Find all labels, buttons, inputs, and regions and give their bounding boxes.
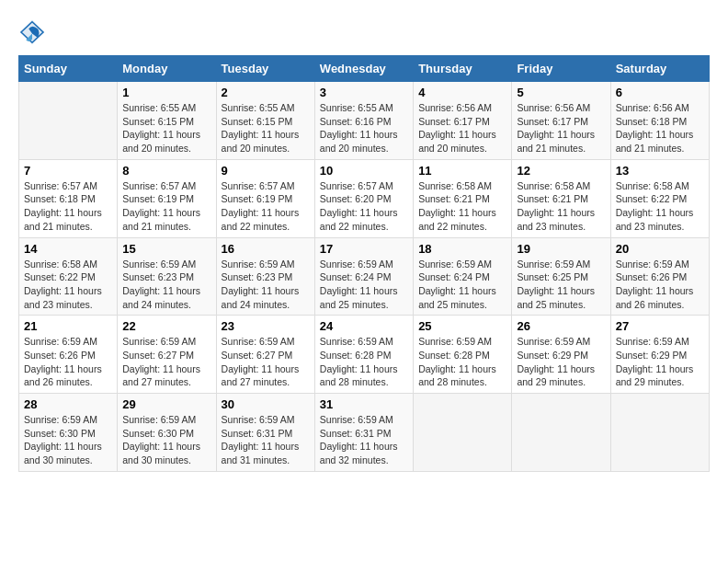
calendar-cell: 30Sunrise: 6:59 AMSunset: 6:31 PMDayligh… xyxy=(216,394,314,472)
day-number: 10 xyxy=(320,164,408,178)
day-info: Sunrise: 6:59 AMSunset: 6:24 PMDaylight:… xyxy=(320,258,408,312)
calendar-cell xyxy=(414,394,512,472)
calendar-cell: 18Sunrise: 6:59 AMSunset: 6:24 PMDayligh… xyxy=(414,237,512,316)
day-info: Sunrise: 6:58 AMSunset: 6:21 PMDaylight:… xyxy=(517,179,605,234)
day-number: 13 xyxy=(616,164,704,178)
day-number: 24 xyxy=(320,319,408,333)
day-info: Sunrise: 6:56 AMSunset: 6:18 PMDaylight:… xyxy=(616,101,704,155)
page-header xyxy=(18,18,710,46)
day-number: 1 xyxy=(122,86,210,99)
day-number: 29 xyxy=(122,397,210,411)
day-info: Sunrise: 6:55 AMSunset: 6:15 PMDaylight:… xyxy=(222,101,310,155)
day-number: 5 xyxy=(517,86,605,99)
day-number: 2 xyxy=(222,86,310,99)
calendar-cell: 14Sunrise: 6:58 AMSunset: 6:22 PMDayligh… xyxy=(19,237,118,316)
calendar-cell xyxy=(512,394,610,472)
calendar-cell xyxy=(610,394,709,472)
calendar-cell: 25Sunrise: 6:59 AMSunset: 6:28 PMDayligh… xyxy=(414,316,512,394)
calendar-week-row: 21Sunrise: 6:59 AMSunset: 6:26 PMDayligh… xyxy=(19,316,710,394)
day-number: 4 xyxy=(418,86,506,99)
calendar-cell: 29Sunrise: 6:59 AMSunset: 6:30 PMDayligh… xyxy=(118,394,216,472)
day-info: Sunrise: 6:59 AMSunset: 6:26 PMDaylight:… xyxy=(616,258,704,312)
day-number: 28 xyxy=(24,397,112,411)
calendar-cell: 26Sunrise: 6:59 AMSunset: 6:29 PMDayligh… xyxy=(512,316,610,394)
calendar-cell: 3Sunrise: 6:55 AMSunset: 6:16 PMDaylight… xyxy=(314,82,413,160)
day-info: Sunrise: 6:59 AMSunset: 6:23 PMDaylight:… xyxy=(222,258,310,312)
day-number: 25 xyxy=(418,319,506,333)
day-info: Sunrise: 6:59 AMSunset: 6:31 PMDaylight:… xyxy=(320,413,408,467)
calendar-cell: 11Sunrise: 6:58 AMSunset: 6:21 PMDayligh… xyxy=(414,159,512,237)
calendar-cell: 20Sunrise: 6:59 AMSunset: 6:26 PMDayligh… xyxy=(610,237,709,316)
calendar-cell: 21Sunrise: 6:59 AMSunset: 6:26 PMDayligh… xyxy=(19,316,118,394)
day-number: 23 xyxy=(222,319,310,333)
calendar-cell: 9Sunrise: 6:57 AMSunset: 6:19 PMDaylight… xyxy=(216,159,314,237)
logo-icon xyxy=(18,18,46,46)
day-info: Sunrise: 6:59 AMSunset: 6:30 PMDaylight:… xyxy=(122,413,210,467)
calendar-cell: 4Sunrise: 6:56 AMSunset: 6:17 PMDaylight… xyxy=(414,82,512,160)
day-number: 31 xyxy=(320,397,408,411)
day-number: 12 xyxy=(517,164,605,178)
day-number: 14 xyxy=(24,242,112,256)
day-info: Sunrise: 6:59 AMSunset: 6:26 PMDaylight:… xyxy=(24,335,112,389)
day-info: Sunrise: 6:59 AMSunset: 6:28 PMDaylight:… xyxy=(418,335,506,389)
calendar-cell: 22Sunrise: 6:59 AMSunset: 6:27 PMDayligh… xyxy=(118,316,216,394)
weekday-header: Sunday xyxy=(19,56,118,82)
day-number: 17 xyxy=(320,242,408,256)
day-info: Sunrise: 6:57 AMSunset: 6:19 PMDaylight:… xyxy=(122,179,210,234)
day-number: 22 xyxy=(122,319,210,333)
calendar-week-row: 28Sunrise: 6:59 AMSunset: 6:30 PMDayligh… xyxy=(19,394,710,472)
calendar-cell: 19Sunrise: 6:59 AMSunset: 6:25 PMDayligh… xyxy=(512,237,610,316)
calendar-cell: 23Sunrise: 6:59 AMSunset: 6:27 PMDayligh… xyxy=(216,316,314,394)
calendar-cell: 1Sunrise: 6:55 AMSunset: 6:15 PMDaylight… xyxy=(118,82,216,160)
calendar-cell: 2Sunrise: 6:55 AMSunset: 6:15 PMDaylight… xyxy=(216,82,314,160)
calendar-cell: 15Sunrise: 6:59 AMSunset: 6:23 PMDayligh… xyxy=(118,237,216,316)
day-number: 30 xyxy=(222,397,310,411)
day-number: 11 xyxy=(418,164,506,178)
day-info: Sunrise: 6:56 AMSunset: 6:17 PMDaylight:… xyxy=(418,101,506,155)
day-info: Sunrise: 6:58 AMSunset: 6:22 PMDaylight:… xyxy=(24,258,112,312)
day-info: Sunrise: 6:59 AMSunset: 6:28 PMDaylight:… xyxy=(320,335,408,389)
day-number: 9 xyxy=(222,164,310,178)
day-number: 18 xyxy=(418,242,506,256)
day-info: Sunrise: 6:56 AMSunset: 6:17 PMDaylight:… xyxy=(517,101,605,155)
day-number: 27 xyxy=(616,319,704,333)
day-number: 15 xyxy=(122,242,210,256)
calendar-cell: 6Sunrise: 6:56 AMSunset: 6:18 PMDaylight… xyxy=(610,82,709,160)
calendar-cell: 8Sunrise: 6:57 AMSunset: 6:19 PMDaylight… xyxy=(118,159,216,237)
weekday-header: Monday xyxy=(118,56,216,82)
weekday-header: Thursday xyxy=(414,56,512,82)
day-info: Sunrise: 6:55 AMSunset: 6:16 PMDaylight:… xyxy=(320,101,408,155)
calendar-cell: 13Sunrise: 6:58 AMSunset: 6:22 PMDayligh… xyxy=(610,159,709,237)
calendar-cell: 5Sunrise: 6:56 AMSunset: 6:17 PMDaylight… xyxy=(512,82,610,160)
calendar-cell: 17Sunrise: 6:59 AMSunset: 6:24 PMDayligh… xyxy=(314,237,413,316)
weekday-header: Saturday xyxy=(610,56,709,82)
calendar-week-row: 1Sunrise: 6:55 AMSunset: 6:15 PMDaylight… xyxy=(19,82,710,160)
calendar-cell: 10Sunrise: 6:57 AMSunset: 6:20 PMDayligh… xyxy=(314,159,413,237)
weekday-header-row: SundayMondayTuesdayWednesdayThursdayFrid… xyxy=(19,56,710,82)
day-info: Sunrise: 6:58 AMSunset: 6:22 PMDaylight:… xyxy=(616,179,704,234)
calendar-cell: 28Sunrise: 6:59 AMSunset: 6:30 PMDayligh… xyxy=(19,394,118,472)
day-info: Sunrise: 6:59 AMSunset: 6:23 PMDaylight:… xyxy=(122,258,210,312)
day-info: Sunrise: 6:59 AMSunset: 6:27 PMDaylight:… xyxy=(222,335,310,389)
day-number: 20 xyxy=(616,242,704,256)
day-info: Sunrise: 6:57 AMSunset: 6:18 PMDaylight:… xyxy=(24,179,112,234)
calendar-cell: 12Sunrise: 6:58 AMSunset: 6:21 PMDayligh… xyxy=(512,159,610,237)
logo xyxy=(18,18,50,46)
day-info: Sunrise: 6:59 AMSunset: 6:27 PMDaylight:… xyxy=(122,335,210,389)
calendar-cell xyxy=(19,82,118,160)
day-number: 26 xyxy=(517,319,605,333)
day-info: Sunrise: 6:57 AMSunset: 6:20 PMDaylight:… xyxy=(320,179,408,234)
day-info: Sunrise: 6:58 AMSunset: 6:21 PMDaylight:… xyxy=(418,179,506,234)
day-number: 19 xyxy=(517,242,605,256)
weekday-header: Tuesday xyxy=(216,56,314,82)
day-number: 21 xyxy=(24,319,112,333)
calendar-cell: 31Sunrise: 6:59 AMSunset: 6:31 PMDayligh… xyxy=(314,394,413,472)
day-info: Sunrise: 6:59 AMSunset: 6:29 PMDaylight:… xyxy=(616,335,704,389)
day-info: Sunrise: 6:59 AMSunset: 6:30 PMDaylight:… xyxy=(24,413,112,467)
day-info: Sunrise: 6:57 AMSunset: 6:19 PMDaylight:… xyxy=(222,179,310,234)
day-number: 6 xyxy=(616,86,704,99)
day-info: Sunrise: 6:59 AMSunset: 6:24 PMDaylight:… xyxy=(418,258,506,312)
calendar-week-row: 14Sunrise: 6:58 AMSunset: 6:22 PMDayligh… xyxy=(19,237,710,316)
day-info: Sunrise: 6:55 AMSunset: 6:15 PMDaylight:… xyxy=(122,101,210,155)
calendar-week-row: 7Sunrise: 6:57 AMSunset: 6:18 PMDaylight… xyxy=(19,159,710,237)
